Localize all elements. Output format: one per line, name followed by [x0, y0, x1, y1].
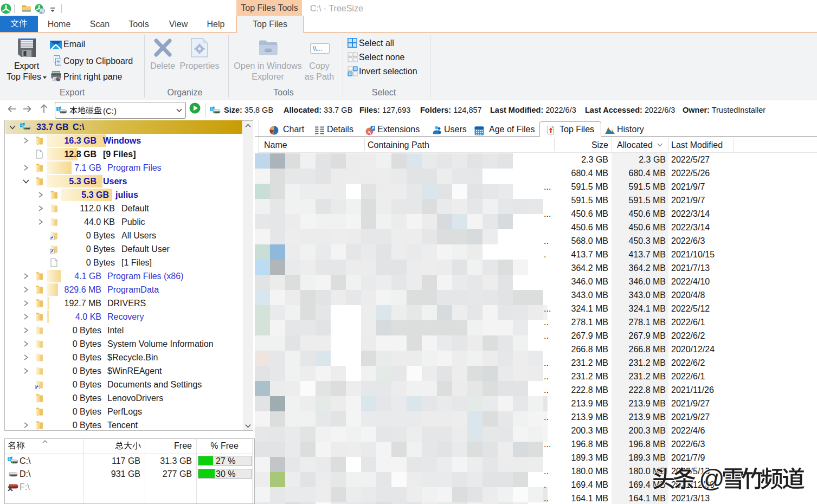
svg-text:@: @	[699, 464, 725, 493]
svg-text:\\...: \\...	[313, 44, 323, 53]
